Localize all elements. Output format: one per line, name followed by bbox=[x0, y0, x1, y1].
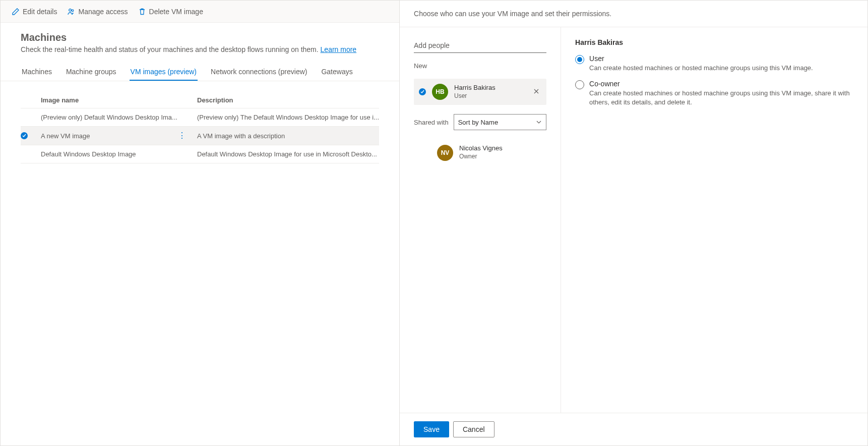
cancel-button[interactable]: Cancel bbox=[453, 421, 494, 437]
image-desc-cell: Default Windows Desktop Image for use in… bbox=[197, 150, 379, 158]
person-name: Harris Bakiras bbox=[454, 84, 495, 92]
trash-icon bbox=[138, 8, 146, 16]
col-image-name[interactable]: Image name bbox=[41, 96, 197, 104]
table-row[interactable]: A new VM image ⋮ A VM image with a descr… bbox=[21, 127, 379, 145]
image-desc-cell: (Preview only) The Default Windows Deskt… bbox=[197, 114, 379, 121]
svg-point-1 bbox=[72, 10, 74, 12]
add-people-input[interactable] bbox=[414, 38, 546, 53]
manage-access-label: Manage access bbox=[78, 8, 128, 16]
tab-machines[interactable]: Machines bbox=[21, 64, 53, 81]
permission-desc: Can create hosted machines or hosted mac… bbox=[589, 89, 853, 107]
sort-by-select[interactable]: Sort by Name bbox=[454, 114, 546, 130]
image-desc-cell: A VM image with a description bbox=[197, 132, 379, 140]
svg-point-0 bbox=[69, 9, 72, 11]
table-row[interactable]: Default Windows Desktop Image Default Wi… bbox=[21, 145, 379, 163]
person-name: Nicolas Vignes bbox=[459, 144, 503, 153]
row-check-icon[interactable] bbox=[21, 132, 28, 139]
image-name-cell: (Preview only) Default Windows Desktop I… bbox=[41, 114, 197, 121]
person-role: User bbox=[454, 92, 495, 100]
col-description[interactable]: Description bbox=[197, 96, 379, 104]
edit-details-label: Edit details bbox=[23, 8, 57, 16]
more-options-icon[interactable]: ⋮ bbox=[177, 132, 187, 140]
page-subtitle: Check the real-time health and status of… bbox=[21, 45, 379, 53]
learn-more-link[interactable]: Learn more bbox=[321, 45, 357, 53]
avatar: NV bbox=[437, 145, 453, 161]
tab-network-connections[interactable]: Network connections (preview) bbox=[210, 64, 308, 81]
delete-vm-label: Delete VM image bbox=[149, 8, 203, 16]
shared-person-row[interactable]: NV Nicolas Vignes Owner bbox=[414, 139, 546, 160]
image-name-cell: A new VM image bbox=[41, 132, 90, 140]
permission-label: User bbox=[589, 54, 813, 63]
permission-option-user[interactable]: User Can create hosted machines or hoste… bbox=[575, 54, 853, 73]
check-icon bbox=[419, 88, 426, 95]
tab-vm-images[interactable]: VM images (preview) bbox=[130, 64, 198, 81]
delete-vm-button[interactable]: Delete VM image bbox=[133, 5, 208, 19]
shared-with-label: Shared with bbox=[414, 119, 449, 126]
manage-access-button[interactable]: Manage access bbox=[62, 5, 133, 19]
new-section-label: New bbox=[414, 62, 546, 70]
radio-checked-icon bbox=[575, 55, 584, 64]
command-bar: Edit details Manage access Delete VM ima… bbox=[1, 1, 399, 23]
tab-gateways[interactable]: Gateways bbox=[320, 64, 353, 81]
radio-unchecked-icon bbox=[575, 80, 584, 89]
permissions-title: Harris Bakiras bbox=[575, 38, 853, 46]
image-name-cell: Default Windows Desktop Image bbox=[41, 150, 197, 158]
page-title: Machines bbox=[21, 32, 379, 43]
edit-icon bbox=[12, 8, 20, 16]
avatar: HB bbox=[432, 84, 448, 100]
permission-option-coowner[interactable]: Co-owner Can create hosted machines or h… bbox=[575, 80, 853, 107]
panel-header: Choose who can use your VM image and set… bbox=[400, 1, 867, 27]
new-person-card[interactable]: HB Harris Bakiras User bbox=[414, 79, 546, 105]
chevron-down-icon bbox=[536, 119, 542, 125]
permission-label: Co-owner bbox=[589, 80, 853, 88]
remove-person-icon[interactable] bbox=[531, 86, 541, 98]
edit-details-button[interactable]: Edit details bbox=[7, 5, 62, 19]
table-header: Image name Description bbox=[21, 92, 379, 108]
save-button[interactable]: Save bbox=[414, 421, 449, 437]
permission-desc: Can create hosted machines or hosted mac… bbox=[589, 64, 813, 73]
person-role: Owner bbox=[459, 153, 503, 161]
tab-machine-groups[interactable]: Machine groups bbox=[65, 64, 117, 81]
tabs: Machines Machine groups VM images (previ… bbox=[1, 53, 399, 81]
people-icon bbox=[67, 8, 75, 16]
table-row[interactable]: (Preview only) Default Windows Desktop I… bbox=[21, 108, 379, 127]
